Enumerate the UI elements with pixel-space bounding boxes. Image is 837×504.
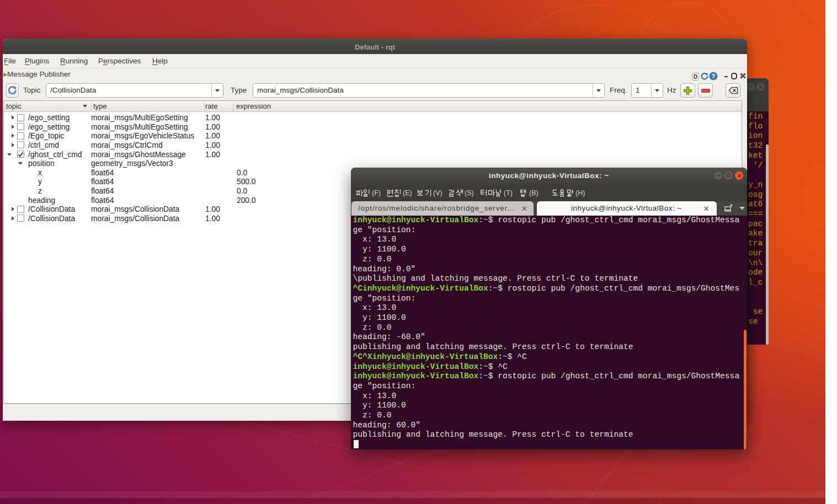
svg-text:?: ? (712, 73, 716, 79)
